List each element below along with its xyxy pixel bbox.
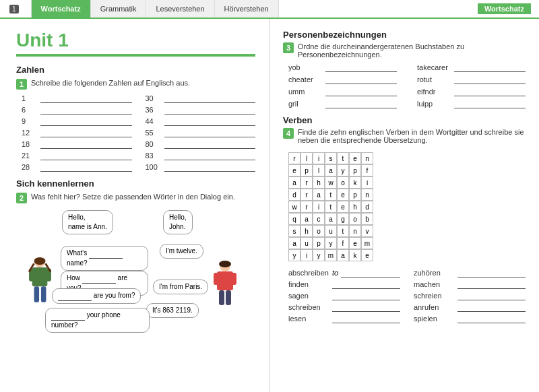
number-item-30: 30 (146, 94, 256, 103)
svg-rect-14 (226, 290, 231, 305)
kennenlernen-heading: Sich kennenlernen (16, 178, 255, 189)
ws-cell-5-1: a (300, 213, 313, 225)
tab-grammatik-label: Grammatik (100, 5, 137, 13)
verb-line-finden[interactable] (332, 280, 400, 289)
ex3-text: Ordne die durcheinandergeratenen Buchsta… (298, 42, 526, 59)
exercise-1-row: 1 Schreibe die folgenden Zahlen auf Engl… (16, 79, 255, 90)
number-item-55: 55 (146, 128, 256, 137)
answer-line-21[interactable] (40, 151, 132, 160)
number-label-21: 21 (22, 152, 38, 160)
ws-cell-8-5: k (349, 249, 361, 261)
anagram-answer-yob[interactable] (325, 63, 397, 72)
verb-label-schreien: schreien (414, 292, 457, 300)
anagram-rotut: rotut (417, 75, 526, 84)
top-navigation: 1 Wortschatz Grammatik Leseverstehen Hör… (0, 0, 539, 19)
verb-label-spielen: spielen (414, 315, 457, 323)
verb-line-spielen[interactable] (457, 314, 526, 323)
number-label-6: 6 (22, 106, 38, 114)
answer-line-6[interactable] (40, 105, 132, 115)
verb-line-lesen[interactable] (332, 314, 400, 323)
anagram-grid: yob takecarer cheater rotut umm eifndr (288, 63, 526, 108)
answer-line-83[interactable] (164, 151, 256, 160)
svg-rect-5 (41, 286, 46, 302)
ws-cell-1-5: p (349, 164, 361, 176)
answer-how-old[interactable] (82, 273, 116, 284)
verb-lesen: lesen (288, 314, 400, 323)
verb-line-schreiben[interactable] (332, 302, 400, 312)
bubble-hello: Hello,John. (163, 210, 193, 234)
tab-leseverstehen-label: Leseverstehen (156, 5, 204, 13)
answer-line-100[interactable] (164, 162, 256, 172)
anagram-gril: gril (288, 99, 397, 108)
answer-phone[interactable] (51, 311, 85, 321)
ws-cell-4-4: e (337, 201, 349, 213)
answer-whats[interactable] (89, 249, 123, 259)
verb-label-zuhoeren: zuhören (414, 269, 457, 277)
ex4-badge: 4 (283, 128, 294, 139)
anagram-answer-gril[interactable] (325, 99, 397, 108)
verb-line-sagen[interactable] (332, 291, 400, 300)
answer-line-1[interactable] (40, 94, 132, 103)
verb-line-schreien[interactable] (457, 291, 526, 300)
verb-label-sagen: sagen (288, 292, 332, 300)
tab-hoerverstehen-label: Hörverstehen (224, 5, 269, 13)
anagram-word-luipp: luipp (417, 100, 454, 108)
bubble-whats-name: What's name? (61, 246, 148, 271)
anagram-word-rotut: rotut (417, 75, 454, 84)
answer-line-12[interactable] (40, 128, 132, 137)
number-item-9: 9 (22, 117, 132, 126)
ws-cell-3-0: d (288, 189, 300, 201)
verb-line-machen[interactable] (457, 280, 526, 289)
tab-leseverstehen[interactable]: Leseverstehen (146, 0, 214, 18)
number-label-44: 44 (146, 117, 162, 125)
anagram-word-yob: yob (288, 63, 325, 71)
ws-cell-7-5: e (349, 237, 361, 249)
ws-cell-4-5: h (349, 201, 361, 213)
ws-cell-3-5: p (349, 189, 361, 201)
verb-machen: machen (414, 280, 526, 289)
verb-label-schreiben: schreiben (288, 303, 332, 311)
anagram-answer-cheater[interactable] (325, 75, 397, 84)
answer-line-18[interactable] (40, 139, 132, 149)
answer-line-44[interactable] (164, 117, 256, 126)
verb-line-zuhoeren[interactable] (457, 268, 526, 277)
answer-line-55[interactable] (164, 128, 256, 137)
ws-cell-7-0: a (288, 237, 300, 249)
ws-cell-4-1: r (300, 201, 313, 213)
ws-cell-6-3: u (325, 225, 337, 237)
verb-answer-abschreiben: to (332, 269, 338, 277)
ex1-text: Schreibe die folgenden Zahlen auf Englis… (31, 79, 190, 87)
verb-line-abschreiben[interactable] (341, 268, 400, 277)
answer-line-9[interactable] (40, 117, 132, 126)
anagram-answer-umm[interactable] (325, 87, 397, 96)
answer-line-80[interactable] (164, 139, 256, 149)
bubble-where-from: are you from? (52, 288, 141, 304)
answer-line-30[interactable] (164, 94, 256, 103)
ws-cell-3-4: e (337, 189, 349, 201)
anagram-answer-rotut[interactable] (454, 75, 526, 84)
answer-where-from[interactable] (58, 291, 92, 301)
anagram-word-eifndr: eifndr (417, 88, 454, 96)
svg-rect-11 (214, 273, 219, 285)
number-label-9: 9 (22, 117, 38, 125)
number-label-83: 83 (146, 152, 162, 160)
anagram-cheater: cheater (288, 75, 397, 84)
answer-line-28[interactable] (40, 162, 132, 172)
verb-line-anrufen[interactable] (457, 302, 526, 312)
tab-hoerverstehen[interactable]: Hörverstehen (215, 0, 279, 18)
ws-cell-8-4: a (337, 249, 349, 261)
answer-line-36[interactable] (164, 105, 256, 115)
left-page: Unit 1 Zahlen 1 Schreibe die folgenden Z… (0, 19, 270, 392)
anagram-answer-luipp[interactable] (454, 99, 526, 108)
tab-wortschatz[interactable]: Wortschatz (32, 0, 91, 18)
main-content: Unit 1 Zahlen 1 Schreibe die folgenden Z… (0, 19, 539, 392)
ws-cell-8-2: y (313, 249, 325, 261)
tab-grammatik[interactable]: Grammatik (91, 0, 147, 18)
svg-rect-10 (217, 271, 233, 290)
anagram-answer-eifndr[interactable] (454, 87, 526, 96)
bubble-phone-number: your phone number? (45, 308, 150, 333)
verb-label-finden: finden (288, 280, 332, 288)
tab-number: 1 (0, 0, 32, 18)
anagram-answer-takecarer[interactable] (454, 63, 526, 72)
ws-cell-7-1: u (300, 237, 313, 249)
